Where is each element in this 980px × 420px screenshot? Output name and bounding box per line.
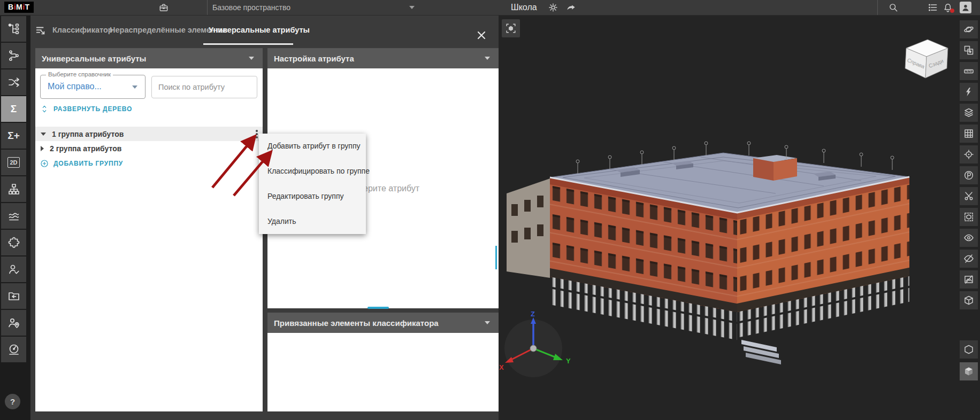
axes-gizmo: Z X Y <box>499 310 571 377</box>
search-icon[interactable] <box>887 2 900 13</box>
chevron-down-icon <box>409 6 415 9</box>
export-folder-icon[interactable] <box>1 283 26 309</box>
workspace-label: Базовое пространство <box>212 3 290 12</box>
viewport-3d[interactable]: Справа Сзади Z X Y <box>499 15 980 420</box>
reference-select[interactable]: Выберите справочник Мой справо... <box>40 75 146 99</box>
model-cube-icon[interactable] <box>960 340 978 359</box>
dashboard-gauge-icon[interactable] <box>1 337 26 362</box>
stairs <box>741 340 781 364</box>
axis-x-label: X <box>499 363 504 371</box>
menu-item-classify-by-group[interactable]: Классифицировать по группе <box>259 159 366 184</box>
menu-item-add-attribute[interactable]: Добавить атрибут в группу <box>259 134 366 159</box>
logo-letter: M <box>16 3 22 11</box>
share-icon[interactable] <box>565 2 578 13</box>
window-tabbar: Классификатор Нераспределённые элементы … <box>30 15 499 45</box>
building-model[interactable]: Справа Сзади Z X Y <box>499 15 980 420</box>
tree-group-2[interactable]: 2 группа атрибутов <box>35 141 263 155</box>
projects-briefcase-icon[interactable] <box>157 2 170 13</box>
account-icon[interactable] <box>960 2 971 13</box>
collapse-chevron-icon <box>249 57 254 60</box>
universal-attributes-icon[interactable]: Σ <box>1 96 26 122</box>
panel-header[interactable]: Настройка атрибута <box>267 48 499 68</box>
tree-group-1[interactable]: 1 группа атрибутов <box>35 127 263 141</box>
axis-z-label: Z <box>531 310 535 318</box>
plugins-puzzle-icon[interactable] <box>1 230 26 255</box>
model-layers-icon[interactable] <box>960 104 978 122</box>
reference-select-label: Выберите справочник <box>46 71 113 77</box>
topbar-divider <box>877 0 878 15</box>
help-button[interactable]: ? <box>5 394 20 409</box>
attribute-search <box>151 76 257 98</box>
tree-collapsed-caret-icon[interactable] <box>41 146 44 151</box>
image-off-icon[interactable] <box>960 270 978 289</box>
logo-letter: B <box>8 3 14 11</box>
workspace-select[interactable]: Базовое пространство <box>212 0 415 15</box>
panel-title: Привязанные элементы классификатора <box>274 318 439 328</box>
2d-doc-icon: 2D <box>7 157 19 168</box>
active-tab-underline <box>203 43 293 45</box>
project-name: Школа <box>511 3 537 12</box>
clip-box-icon[interactable] <box>960 208 978 226</box>
approvals-person-check-icon[interactable] <box>1 256 26 282</box>
group-context-menu: Добавить атрибут в группу Классифицирова… <box>259 134 366 234</box>
panel-toggle-icon[interactable] <box>35 24 48 37</box>
plans-icon[interactable] <box>960 166 978 184</box>
collapse-chevron-icon <box>485 321 490 324</box>
left-toolbar: Σ Σ+ 2D ? <box>0 15 30 420</box>
measure-ruler-icon[interactable] <box>960 62 978 80</box>
panel-title: Универсальные атрибуты <box>42 54 146 63</box>
panel-resize-handle-vertical[interactable] <box>495 246 497 269</box>
reference-select-value: Мой справо... <box>48 82 102 91</box>
structure-icon[interactable] <box>1 176 26 202</box>
isolate-selection-icon[interactable] <box>960 41 978 59</box>
panel-header[interactable]: Универсальные атрибуты <box>35 48 263 68</box>
axis-y-label: Y <box>566 357 571 365</box>
show-eye-icon[interactable] <box>960 229 978 247</box>
close-icon[interactable] <box>476 30 487 41</box>
tab-universal-attributes[interactable]: Универсальные атрибуты <box>209 15 310 45</box>
panel-title: Настройка атрибута <box>274 54 354 63</box>
sigma-plus-icon: Σ+ <box>7 130 20 142</box>
add-group-button[interactable]: ДОБАВИТЬ ГРУППУ <box>40 159 123 168</box>
orbit-icon[interactable] <box>960 20 978 38</box>
shuffle-icon[interactable] <box>1 69 26 95</box>
tree-group-label: 2 группа атрибутов <box>50 144 121 153</box>
panel-resize-handle[interactable] <box>368 307 389 309</box>
relations-icon[interactable] <box>1 43 26 68</box>
menu-item-edit-group[interactable]: Редактировать группу <box>259 184 366 209</box>
clash-lightning-icon[interactable] <box>960 83 978 101</box>
app-logo[interactable]: BiMiT <box>4 2 34 13</box>
grid-table-icon[interactable] <box>960 125 978 143</box>
section-box-icon[interactable] <box>960 291 978 309</box>
tree-expanded-caret-icon[interactable] <box>41 133 46 136</box>
universal-attributes-panel: Универсальные атрибуты Выберите справочн… <box>35 48 263 411</box>
linked-elements-body <box>267 333 499 411</box>
topbar: BiMiT Базовое пространство Школа <box>0 0 980 15</box>
gear-icon[interactable] <box>547 2 560 13</box>
tab-classifier[interactable]: Классификатор <box>52 15 113 45</box>
add-group-label: ДОБАВИТЬ ГРУППУ <box>53 160 123 167</box>
sigma-icon: Σ <box>11 103 17 115</box>
attribute-search-input[interactable] <box>151 76 257 98</box>
collapse-chevron-icon <box>485 57 490 60</box>
expand-tree-button[interactable]: РАЗВЕРНУТЬ ДЕРЕВО <box>40 105 132 113</box>
topbar-divider <box>207 0 208 15</box>
notification-badge <box>950 9 954 13</box>
charts-icon[interactable] <box>1 203 26 229</box>
viewcube: Справа Сзади <box>905 40 948 78</box>
chevron-down-icon <box>132 85 137 89</box>
classifier-tree-icon[interactable] <box>1 16 26 42</box>
sheets-2d-icon[interactable]: 2D <box>1 150 26 175</box>
notifications-bell-icon[interactable] <box>941 2 954 13</box>
panel-header[interactable]: Привязанные элементы классификатора <box>267 313 499 333</box>
tree-group-label: 1 группа атрибутов <box>52 130 124 138</box>
plus-circle-icon <box>40 159 49 168</box>
active-cube-icon[interactable] <box>960 362 978 380</box>
hide-eye-off-icon[interactable] <box>960 250 978 268</box>
menu-item-delete[interactable]: Удалить <box>259 209 366 234</box>
person-location-icon[interactable] <box>1 310 26 336</box>
locate-target-icon[interactable] <box>960 145 978 164</box>
attribute-sets-icon[interactable]: Σ+ <box>1 123 26 149</box>
list-menu-icon[interactable] <box>927 2 939 13</box>
section-cut-icon[interactable] <box>960 187 978 205</box>
